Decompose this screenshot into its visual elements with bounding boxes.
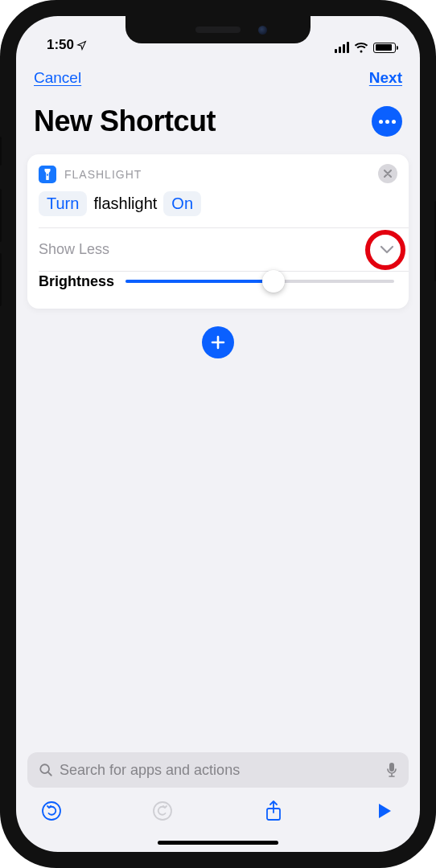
brightness-label: Brightness <box>39 273 114 290</box>
action-card: FLASHLIGHT Turn flashlight On Show Less <box>27 154 409 309</box>
svg-rect-2 <box>389 763 394 772</box>
search-bar[interactable] <box>27 752 409 788</box>
cellular-signal-icon <box>335 42 349 53</box>
more-options-button[interactable] <box>372 106 402 137</box>
wifi-icon <box>354 42 368 53</box>
show-less-button[interactable]: Show Less <box>39 241 109 258</box>
undo-button[interactable] <box>39 798 64 824</box>
run-button[interactable] <box>372 798 397 824</box>
battery-icon <box>373 43 396 53</box>
svg-point-3 <box>43 802 60 820</box>
action-app-label: FLASHLIGHT <box>64 168 142 181</box>
search-icon <box>39 763 53 777</box>
status-time: 1:50 <box>47 37 74 53</box>
action-object-token: flashlight <box>92 191 158 216</box>
svg-point-4 <box>154 802 171 820</box>
location-icon <box>76 40 87 51</box>
dictation-icon[interactable] <box>386 762 397 778</box>
nav-bar: Cancel Next <box>16 55 420 87</box>
flashlight-icon <box>39 166 56 183</box>
remove-action-button[interactable] <box>378 164 397 183</box>
action-state-token[interactable]: On <box>163 191 201 216</box>
bottom-toolbar <box>16 792 420 829</box>
svg-rect-0 <box>47 174 48 176</box>
action-verb-token[interactable]: Turn <box>39 191 87 216</box>
svg-point-1 <box>40 764 49 773</box>
next-button[interactable]: Next <box>369 69 402 87</box>
chevron-down-icon[interactable] <box>380 245 394 255</box>
redo-button[interactable] <box>150 798 175 824</box>
action-summary: Turn flashlight On <box>27 191 409 227</box>
page-title: New Shortcut <box>34 104 216 138</box>
share-button[interactable] <box>261 798 286 824</box>
add-action-button[interactable] <box>202 326 234 358</box>
brightness-slider[interactable] <box>125 272 394 291</box>
search-input[interactable] <box>60 762 380 779</box>
home-indicator[interactable] <box>158 841 278 845</box>
cancel-button[interactable]: Cancel <box>34 69 81 87</box>
